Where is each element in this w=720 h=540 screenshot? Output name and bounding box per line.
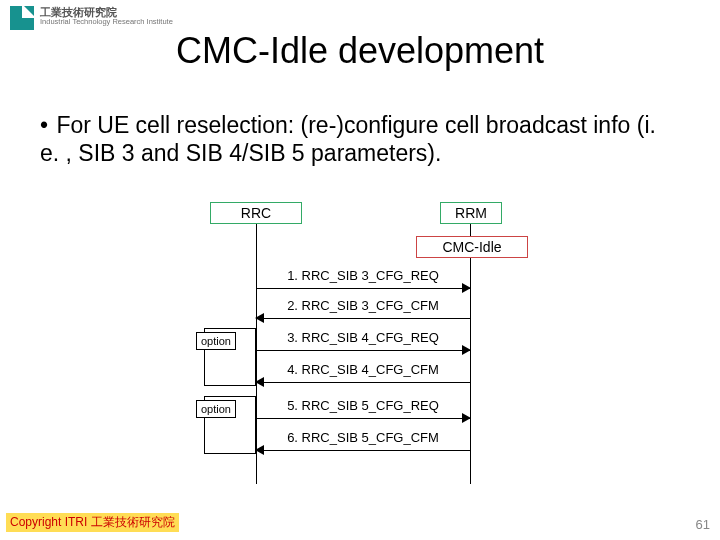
opt-label-2: option [196, 400, 236, 418]
cmc-idle-box: CMC-Idle [416, 236, 528, 258]
slide: 工業技術研究院 Industrial Technology Research I… [0, 0, 720, 540]
org-logo: 工業技術研究院 Industrial Technology Research I… [10, 6, 173, 30]
opt-label-1: option [196, 332, 236, 350]
actor-rrm-label: RRM [455, 205, 487, 221]
opt-label-2-text: option [201, 403, 231, 415]
actor-rrm: RRM [440, 202, 502, 224]
actor-rrc: RRC [210, 202, 302, 224]
arrow-4 [256, 376, 470, 388]
logo-icon [10, 6, 34, 30]
sequence-diagram: RRC RRM CMC-Idle 1. RRC_SIB 3_CFG_REQ 2.… [0, 202, 720, 502]
footer-copyright: Copyright ITRI 工業技術研究院 [6, 513, 179, 532]
arrow-5 [256, 412, 470, 424]
slide-number: 61 [696, 517, 710, 532]
arrow-1 [256, 282, 470, 294]
arrow-2 [256, 312, 470, 324]
arrow-6 [256, 444, 470, 456]
bullet-1: • For UE cell reselection: (re-)configur… [40, 112, 680, 167]
bullet-icon: • [40, 112, 50, 140]
svg-marker-1 [24, 6, 34, 16]
logo-text: 工業技術研究院 Industrial Technology Research I… [40, 6, 173, 26]
actor-rrc-label: RRC [241, 205, 271, 221]
opt-label-1-text: option [201, 335, 231, 347]
lifeline-rrm-top [470, 224, 471, 236]
arrow-3 [256, 344, 470, 356]
org-sub: Industrial Technology Research Institute [40, 18, 173, 26]
bullet-text: For UE cell reselection: (re-)configure … [40, 112, 656, 166]
cmc-idle-label: CMC-Idle [442, 239, 501, 255]
page-title: CMC-Idle development [0, 30, 720, 72]
